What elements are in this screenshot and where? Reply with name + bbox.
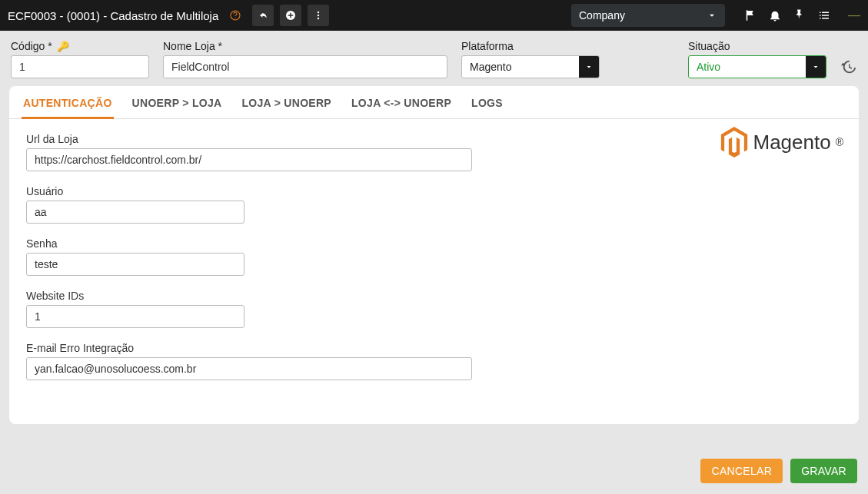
situacao-value: Ativo — [689, 56, 806, 78]
field-situacao: Situação Ativo — [688, 40, 826, 78]
flag-icon[interactable] — [743, 8, 757, 22]
status-indicator: — — [848, 8, 860, 22]
header-form: Código * 🔑 Nome Loja * Plataforma Magent… — [0, 31, 868, 81]
website-label: Website IDs — [26, 290, 842, 302]
field-codigo: Código * 🔑 — [11, 40, 149, 78]
back-icon[interactable] — [252, 5, 274, 26]
svg-point-1 — [235, 18, 236, 18]
tab-autenticacao[interactable]: AUTENTICAÇÃO — [22, 86, 114, 119]
svg-point-3 — [318, 12, 319, 13]
url-input[interactable] — [26, 148, 472, 171]
row-email: E-mail Erro Integração — [26, 342, 842, 380]
chevron-down-icon — [579, 56, 599, 78]
tabs: AUTENTICAÇÃO UNOERP > LOJA LOJA > UNOERP… — [9, 86, 859, 119]
row-usuario: Usuário — [26, 185, 842, 224]
row-senha: Senha — [26, 237, 842, 276]
company-select[interactable]: Company — [571, 4, 725, 27]
situacao-label: Situação — [688, 40, 826, 52]
situacao-select[interactable]: Ativo — [688, 55, 826, 78]
plataforma-select[interactable]: Magento — [461, 55, 600, 78]
email-label: E-mail Erro Integração — [26, 342, 842, 354]
senha-input[interactable] — [26, 253, 244, 276]
options-icon[interactable] — [308, 5, 329, 26]
key-icon: 🔑 — [57, 41, 69, 52]
codigo-label: Código * 🔑 — [11, 40, 149, 52]
codigo-input[interactable] — [11, 55, 149, 78]
tab-unoerp-loja[interactable]: UNOERP > LOJA — [131, 86, 224, 118]
magento-logo-text: Magento — [753, 131, 830, 154]
magento-icon — [720, 127, 748, 157]
plataforma-value: Magento — [462, 56, 579, 78]
add-icon[interactable] — [280, 5, 301, 26]
nomeloja-label: Nome Loja * — [163, 40, 447, 52]
tab-loja-unoerp[interactable]: LOJA > UNOERP — [240, 86, 333, 118]
email-input[interactable] — [26, 357, 472, 380]
website-input[interactable] — [26, 305, 244, 328]
company-select-value: Company — [579, 9, 625, 22]
page-title: ECF0003 - (0001) - Cadastro de Multiloja — [8, 9, 218, 22]
form-card: AUTENTICAÇÃO UNOERP > LOJA LOJA > UNOERP… — [9, 86, 859, 424]
svg-point-4 — [318, 15, 319, 16]
tab-loja-bi-unoerp[interactable]: LOJA <-> UNOERP — [350, 86, 453, 118]
history-icon[interactable] — [840, 55, 857, 78]
senha-label: Senha — [26, 237, 842, 250]
row-url: Url da Loja — [26, 133, 842, 171]
usuario-input[interactable] — [26, 201, 244, 224]
help-icon[interactable] — [224, 5, 246, 26]
footer-actions: CANCELAR GRAVAR — [700, 459, 857, 483]
tab-body: Magento® Url da Loja Usuário Senha Websi… — [9, 119, 859, 408]
field-plataforma: Plataforma Magento — [461, 40, 600, 78]
field-nomeloja: Nome Loja * — [163, 40, 447, 78]
top-bar: ECF0003 - (0001) - Cadastro de Multiloja… — [0, 0, 868, 31]
magento-logo: Magento® — [720, 127, 843, 157]
url-label: Url da Loja — [26, 133, 842, 145]
bell-icon[interactable] — [768, 8, 782, 22]
usuario-label: Usuário — [26, 185, 842, 197]
cancel-button[interactable]: CANCELAR — [700, 459, 783, 483]
save-button[interactable]: GRAVAR — [790, 459, 857, 483]
chevron-down-icon — [806, 56, 826, 78]
topbar-right-icons: — — [743, 8, 860, 22]
plataforma-label: Plataforma — [461, 40, 600, 52]
svg-point-5 — [318, 18, 319, 19]
list-icon[interactable] — [817, 8, 831, 22]
pin-icon[interactable] — [793, 8, 806, 22]
chevron-down-icon — [707, 10, 717, 21]
row-website: Website IDs — [26, 290, 842, 328]
nomeloja-input[interactable] — [163, 55, 447, 78]
tab-logs[interactable]: LOGS — [470, 86, 504, 118]
